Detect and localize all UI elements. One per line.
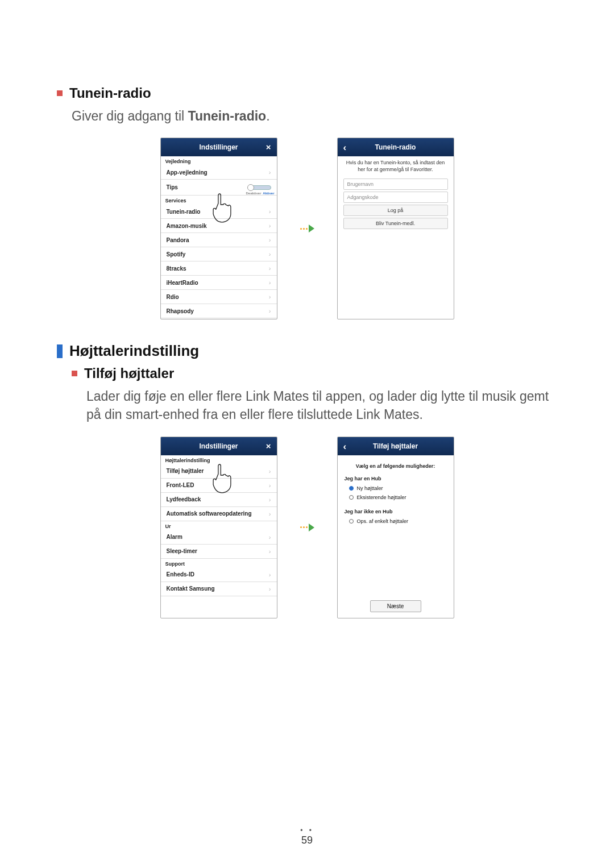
row-label: Rdio bbox=[167, 294, 179, 300]
radio-ny-hojttaler[interactable]: Ny højttaler bbox=[338, 484, 454, 493]
chevron-right-icon: › bbox=[269, 548, 271, 555]
toggle-on-label: Aktiver bbox=[263, 192, 274, 195]
title-hojttaler: Højttalerindstilling bbox=[69, 342, 199, 360]
row-app-vejledning[interactable]: App-vejledning › bbox=[161, 165, 277, 180]
chevron-right-icon: › bbox=[269, 308, 271, 314]
heading-tunein: Tunein-radio bbox=[57, 85, 557, 101]
chevron-right-icon: › bbox=[269, 496, 271, 503]
chevron-right-icon: › bbox=[269, 279, 271, 286]
row-amazon-musik[interactable]: Amazon-musik› bbox=[161, 219, 277, 233]
row-label: Spotify bbox=[167, 251, 186, 258]
row-label: Automatisk softwareopdatering bbox=[167, 510, 252, 517]
row-label: Amazon-musik bbox=[167, 223, 207, 229]
opt-label: Ny højttaler bbox=[357, 485, 383, 491]
chevron-right-icon: › bbox=[269, 468, 271, 475]
row-iheartradio[interactable]: iHeartRadio› bbox=[161, 276, 277, 290]
row-8tracks[interactable]: 8tracks› bbox=[161, 261, 277, 276]
desc-suffix: . bbox=[266, 109, 269, 123]
row-pandora[interactable]: Pandora› bbox=[161, 233, 277, 247]
titlebar-label: Tilføj højttaler bbox=[373, 442, 418, 450]
next-button[interactable]: Næste bbox=[370, 600, 421, 612]
chevron-right-icon: › bbox=[269, 293, 271, 300]
row-spotify[interactable]: Spotify› bbox=[161, 247, 277, 261]
page-dots-icon: • • bbox=[300, 827, 314, 834]
row-front-led[interactable]: Front-LED› bbox=[161, 479, 277, 493]
add-speaker-body: Vælg en af følgende muligheder: Jeg har … bbox=[338, 455, 454, 618]
heading-tilfoj: Tilføj højttaler bbox=[72, 366, 557, 381]
group-hub: Jeg har en Hub bbox=[338, 471, 454, 484]
chevron-right-icon: › bbox=[269, 251, 271, 258]
row-label: Enheds-ID bbox=[167, 571, 194, 578]
arrow-transition-icon bbox=[300, 225, 314, 232]
group-no-hub: Jeg har ikke en Hub bbox=[338, 502, 454, 517]
close-icon[interactable]: × bbox=[266, 142, 271, 152]
chevron-right-icon: › bbox=[269, 571, 271, 578]
row-label: Sleep-timer bbox=[167, 548, 197, 554]
row-rhapsody[interactable]: Rhapsody› bbox=[161, 304, 277, 318]
row-label: App-vejledning bbox=[167, 169, 208, 176]
radio-enkelt[interactable]: Ops. af enkelt højttaler bbox=[338, 517, 454, 526]
row-alarm[interactable]: Alarm› bbox=[161, 530, 277, 545]
row-rdio[interactable]: Rdio› bbox=[161, 290, 277, 304]
options-header: Vælg en af følgende muligheder: bbox=[338, 455, 454, 471]
titlebar-add-speaker: ‹ Tilføj højttaler bbox=[338, 437, 454, 455]
heading-hojttaler: Højttalerindstilling bbox=[57, 342, 557, 360]
arrow-transition-icon bbox=[300, 524, 314, 531]
section-hojttaler: Højttalerindstilling Tilføj højttaler La… bbox=[57, 342, 557, 618]
username-field[interactable]: Brugernavn bbox=[343, 178, 448, 190]
radio-icon bbox=[349, 495, 354, 500]
chevron-right-icon: › bbox=[269, 585, 271, 592]
bullet-red-icon bbox=[72, 371, 77, 376]
phone-add-speaker: ‹ Tilføj højttaler Vælg en af følgende m… bbox=[337, 437, 454, 618]
chevron-right-icon: › bbox=[269, 482, 271, 489]
tips-toggle[interactable]: Deaktiver Aktiver bbox=[248, 183, 271, 192]
row-label: Front-LED bbox=[167, 482, 194, 488]
page-number-value: 59 bbox=[300, 834, 314, 846]
phone-settings-2: Indstillinger × Højttalerindstilling Til… bbox=[160, 437, 277, 618]
row-label: iHeartRadio bbox=[167, 280, 198, 286]
row-label: Tips bbox=[167, 184, 178, 190]
row-label: Tilføj højttaler bbox=[167, 468, 204, 474]
opt-label: Eksisterende højttaler bbox=[357, 495, 406, 500]
login-hint: Hvis du har en Tunein-konto, så indtast … bbox=[338, 156, 454, 176]
row-auto-software[interactable]: Automatisk softwareopdatering› bbox=[161, 507, 277, 521]
chevron-right-icon: › bbox=[269, 510, 271, 517]
title-tilfoj: Tilføj højttaler bbox=[84, 366, 174, 381]
row-tips[interactable]: Tips Deaktiver Aktiver bbox=[161, 180, 277, 196]
close-icon[interactable]: × bbox=[266, 441, 271, 451]
row-tunein-radio[interactable]: Tunein-radio› bbox=[161, 205, 277, 219]
login-button[interactable]: Log på bbox=[343, 205, 448, 216]
row-label: Rhapsody bbox=[167, 308, 194, 314]
row-label: Kontakt Samsung bbox=[167, 585, 215, 592]
desc-tilfoj: Lader dig føje en eller flere Link Mates… bbox=[86, 387, 557, 423]
row-label: Lydfeedback bbox=[167, 496, 201, 502]
chevron-right-icon: › bbox=[269, 265, 271, 272]
back-icon[interactable]: ‹ bbox=[343, 441, 347, 452]
bullet-red-icon bbox=[57, 90, 63, 96]
group-header-support: Support bbox=[161, 559, 277, 568]
phone-settings: Indstillinger × Vejledning App-vejlednin… bbox=[160, 138, 277, 319]
chevron-right-icon: › bbox=[269, 222, 271, 229]
group-header-services: Services bbox=[161, 196, 277, 205]
row-sleep-timer[interactable]: Sleep-timer› bbox=[161, 545, 277, 559]
radio-icon bbox=[349, 486, 354, 491]
row-enheds-id[interactable]: Enheds-ID› bbox=[161, 568, 277, 582]
titlebar-settings: Indstillinger × bbox=[161, 138, 277, 156]
row-kontakt-samsung[interactable]: Kontakt Samsung› bbox=[161, 582, 277, 596]
desc-prefix: Giver dig adgang til bbox=[72, 109, 188, 123]
row-label: Pandora bbox=[167, 237, 189, 243]
group-header-speaker: Højttalerindstilling bbox=[161, 455, 277, 464]
title-tunein: Tunein-radio bbox=[69, 85, 151, 101]
page-number: • • 59 bbox=[300, 827, 314, 846]
chevron-right-icon: › bbox=[269, 208, 271, 215]
radio-eksisterende[interactable]: Eksisterende højttaler bbox=[338, 493, 454, 502]
signup-button[interactable]: Bliv Tunein-medl. bbox=[343, 218, 448, 229]
phone-tunein-login: ‹ Tunein-radio Hvis du har en Tunein-kon… bbox=[337, 138, 454, 319]
bullet-blue-icon bbox=[57, 344, 63, 358]
password-field[interactable]: Adgangskode bbox=[343, 192, 448, 203]
row-lydfeedback[interactable]: Lydfeedback› bbox=[161, 493, 277, 507]
row-tilfoj-hojttaler[interactable]: Tilføj højttaler› bbox=[161, 464, 277, 479]
toggle-off-label: Deaktiver bbox=[246, 192, 262, 195]
chevron-right-icon: › bbox=[269, 236, 271, 243]
back-icon[interactable]: ‹ bbox=[343, 142, 347, 153]
